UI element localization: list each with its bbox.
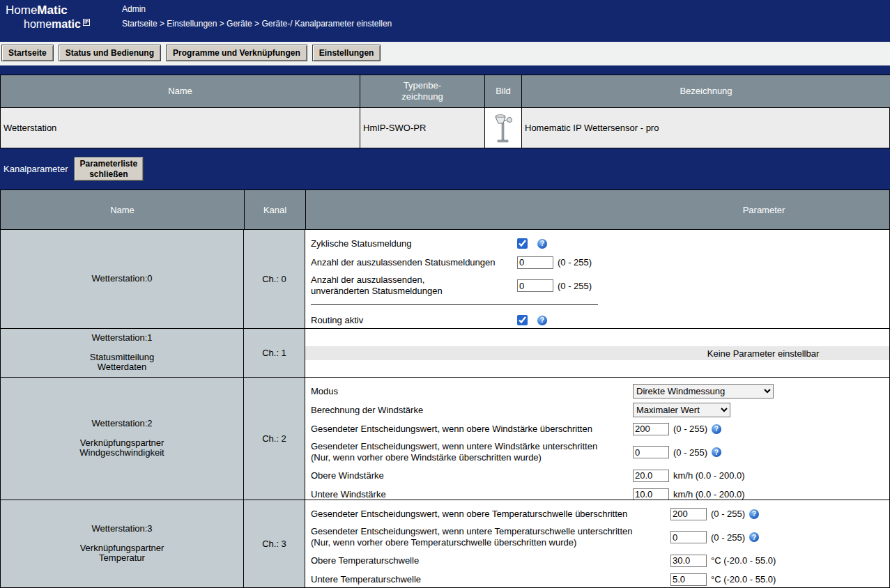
modus-label: Modus bbox=[311, 386, 633, 397]
homematic-logo: HomeMatic homematicIP bbox=[0, 0, 122, 42]
param-col-name: Name bbox=[0, 189, 244, 230]
device-col-name: Name bbox=[0, 75, 360, 108]
value-range: (0 - 255) bbox=[711, 532, 745, 543]
channel-number-ch2: Ch.: 2 bbox=[244, 378, 305, 500]
untere-windstaerke-label: Untere Windstärke bbox=[311, 489, 633, 500]
param-col-kanal: Kanal bbox=[244, 189, 305, 230]
kanalparameter-label: Kanalparameter bbox=[3, 164, 68, 174]
untere-windstaerke-entscheidungswert-input[interactable] bbox=[633, 446, 669, 458]
nav-programme-und-verknuepfungen-button[interactable]: Programme und Verknüpfungen bbox=[166, 45, 307, 61]
channel-name-ch0: Wetterstation:0 bbox=[0, 230, 244, 329]
channel-params-ch1: Keine Parameter einstellbar bbox=[305, 329, 890, 378]
breadcrumb[interactable]: Startseite > Einstellungen > Geräte > Ge… bbox=[122, 19, 392, 29]
channel-params-ch0: Zyklische Statusmeldung ? Anzahl der aus… bbox=[305, 230, 890, 329]
berechnung-windstaerke-select[interactable]: Maximaler Wert bbox=[633, 403, 730, 417]
device-table: Name Typenbe-zeichnung Bild Bezeichnung … bbox=[0, 75, 890, 148]
auszulassende-statusmeldungen-label: Anzahl der auszulassenden Statusmeldunge… bbox=[311, 257, 517, 268]
obere-windstaerke-input[interactable] bbox=[633, 470, 669, 482]
value-range: km/h (0.0 - 200.0) bbox=[673, 470, 745, 481]
berechnung-windstaerke-label: Berechnung der Windstärke bbox=[311, 405, 633, 416]
main-nav: Startseite Status und Bedienung Programm… bbox=[0, 42, 890, 65]
value-range: °C (-20.0 - 55.0) bbox=[711, 574, 776, 585]
param-col-parameter: Parameter bbox=[305, 189, 890, 230]
device-col-description: Bezeichnung bbox=[521, 75, 890, 108]
obere-windstaerke-entscheidungswert-label: Gesendeter Entscheidungswert, wenn obere… bbox=[311, 424, 633, 435]
channel-params-ch3: Gesendeter Entscheidungswert, wenn obere… bbox=[305, 500, 890, 588]
zyklische-statusmeldung-checkbox[interactable] bbox=[517, 238, 528, 249]
channel-number-ch0: Ch.: 0 bbox=[244, 230, 305, 329]
untere-temperaturschwelle-input[interactable] bbox=[670, 573, 707, 586]
routing-aktiv-checkbox[interactable] bbox=[517, 315, 528, 325]
value-range: (0 - 255) bbox=[673, 424, 707, 434]
obere-windstaerke-entscheidungswert-input[interactable] bbox=[633, 423, 669, 435]
value-range: °C (-20.0 - 55.0) bbox=[711, 555, 776, 566]
divider-bar bbox=[0, 65, 890, 75]
obere-windstaerke-label: Obere Windstärke bbox=[311, 470, 633, 481]
value-range: km/h (0.0 - 200.0) bbox=[673, 489, 745, 500]
no-parameters-note: Keine Parameter einstellbar bbox=[305, 346, 889, 360]
help-icon[interactable]: ? bbox=[537, 239, 547, 249]
device-col-type: Typenbe-zeichnung bbox=[360, 75, 484, 108]
help-icon[interactable]: ? bbox=[712, 424, 721, 434]
channel-number-ch1: Ch.: 1 bbox=[244, 329, 305, 378]
obere-temperaturschwelle-input[interactable] bbox=[670, 555, 707, 567]
logo-line1: HomeMatic bbox=[6, 3, 122, 17]
app-header: HomeMatic homematicIP Admin Startseite >… bbox=[0, 0, 890, 42]
channel-name-ch2: Wetterstation:2 Verknüpfungspartner Wind… bbox=[0, 378, 244, 500]
unveraenderte-statusmeldungen-input[interactable] bbox=[517, 279, 553, 292]
auszulassende-statusmeldungen-input[interactable] bbox=[517, 256, 553, 269]
zyklische-statusmeldung-label: Zyklische Statusmeldung bbox=[311, 238, 517, 249]
obere-temperaturschwelle-label: Obere Temperaturschwelle bbox=[311, 555, 670, 566]
device-type: HmIP-SWO-PR bbox=[360, 108, 484, 148]
help-icon[interactable]: ? bbox=[749, 509, 759, 519]
obere-temperaturschwelle-entscheidungswert-input[interactable] bbox=[670, 508, 707, 520]
table-row-ch1: Wetterstation:1 Statusmitteilung Wetterd… bbox=[0, 329, 890, 378]
channel-number-ch3: Ch.: 3 bbox=[244, 500, 305, 588]
logo-line2: homematicIP bbox=[6, 17, 122, 31]
nav-einstellungen-button[interactable]: Einstellungen bbox=[312, 45, 381, 61]
device-col-image: Bild bbox=[484, 75, 521, 108]
untere-windstaerke-entscheidungswert-label: Gesendeter Entscheidungswert, wenn unter… bbox=[311, 441, 633, 463]
table-row-ch2: Wetterstation:2 Verknüpfungspartner Wind… bbox=[0, 378, 890, 500]
device-image-cell bbox=[484, 108, 521, 148]
channel-name-ch1: Wetterstation:1 Statusmitteilung Wetterd… bbox=[0, 329, 244, 378]
table-row-ch0: Wetterstation:0 Ch.: 0 Zyklische Statusm… bbox=[0, 230, 890, 329]
channel-params-ch2: Modus Direkte Windmessung Berechnung der… bbox=[305, 378, 890, 500]
section-divider bbox=[311, 304, 598, 305]
modus-select[interactable]: Direkte Windmessung bbox=[633, 384, 774, 399]
help-icon[interactable]: ? bbox=[749, 532, 759, 542]
nav-status-und-bedienung-button[interactable]: Status und Bedienung bbox=[59, 45, 161, 61]
ip-badge: IP bbox=[83, 19, 91, 26]
value-range: (0 - 255) bbox=[558, 281, 592, 291]
parameterliste-schliessen-button[interactable]: Parameterlisteschließen bbox=[74, 157, 144, 181]
routing-aktiv-label: Routing aktiv bbox=[311, 315, 517, 326]
device-name: Wetterstation bbox=[0, 108, 360, 148]
untere-temperaturschwelle-entscheidungswert-input[interactable] bbox=[670, 531, 707, 543]
help-icon[interactable]: ? bbox=[537, 316, 547, 325]
device-description: Homematic IP Wettersensor - pro bbox=[521, 108, 890, 148]
untere-temperaturschwelle-entscheidungswert-label: Gesendeter Entscheidungswert, wenn unter… bbox=[311, 526, 670, 548]
untere-windstaerke-input[interactable] bbox=[633, 488, 669, 501]
value-range: (0 - 255) bbox=[673, 447, 707, 458]
value-range: (0 - 255) bbox=[711, 509, 745, 519]
channel-name-ch3: Wetterstation:3 Verknüpfungspartner Temp… bbox=[0, 500, 244, 588]
nav-startseite-button[interactable]: Startseite bbox=[1, 45, 54, 61]
value-range: (0 - 255) bbox=[558, 257, 592, 268]
obere-temperaturschwelle-entscheidungswert-label: Gesendeter Entscheidungswert, wenn obere… bbox=[311, 509, 670, 520]
kanalparameter-bar: Kanalparameter Parameterlisteschließen bbox=[0, 148, 890, 189]
unveraenderte-statusmeldungen-label: Anzahl der auszulassenden, unveränderten… bbox=[311, 274, 517, 296]
untere-temperaturschwelle-label: Untere Temperaturschwelle bbox=[311, 574, 670, 585]
param-table-header: Name Kanal Parameter bbox=[0, 189, 890, 230]
logged-in-user: Admin bbox=[122, 4, 392, 14]
header-info: Admin Startseite > Einstellungen > Gerät… bbox=[122, 0, 392, 42]
table-row-ch3: Wetterstation:3 Verknüpfungspartner Temp… bbox=[0, 500, 890, 588]
weather-sensor-image bbox=[491, 112, 515, 144]
help-icon[interactable]: ? bbox=[712, 447, 721, 457]
